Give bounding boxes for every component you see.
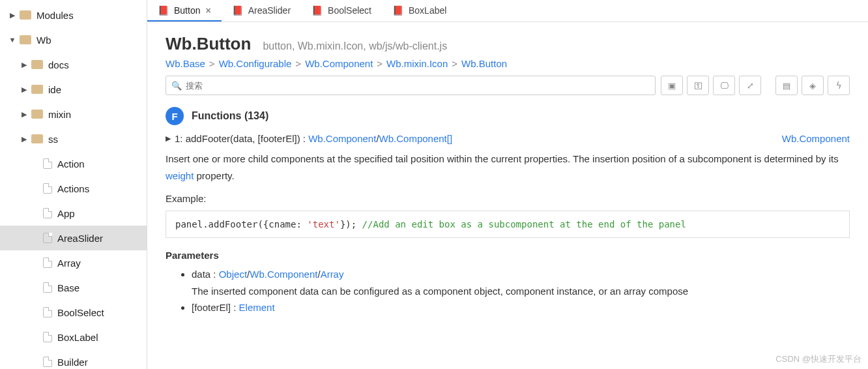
folder-icon bbox=[31, 60, 43, 69]
toolbar-btn-expand[interactable]: ⤢ bbox=[739, 76, 761, 95]
toolbar-btn-cube[interactable]: ◈ bbox=[802, 76, 824, 95]
breadcrumb-link[interactable]: Wb.Base bbox=[166, 58, 205, 69]
close-icon[interactable]: × bbox=[205, 5, 210, 16]
file-icon bbox=[43, 258, 52, 268]
book-icon: 📕 bbox=[392, 5, 403, 16]
tab-areaslider[interactable]: 📕AreaSlider bbox=[222, 0, 301, 22]
section-header: F Functions (134) bbox=[166, 107, 850, 125]
tree-item-action[interactable]: Action bbox=[0, 151, 147, 176]
tree-item-label: Actions bbox=[57, 183, 89, 194]
breadcrumb: Wb.Base>Wb.Configurable>Wb.Component>Wb.… bbox=[166, 58, 850, 69]
tree-item-label: ide bbox=[48, 84, 61, 95]
folder-icon bbox=[31, 134, 43, 143]
tree-item-label: mixin bbox=[48, 109, 71, 120]
tree-item-label: docs bbox=[48, 59, 69, 70]
tab-boxlabel[interactable]: 📕BoxLabel bbox=[382, 0, 457, 22]
book-icon: 📕 bbox=[158, 5, 169, 16]
tab-button[interactable]: 📕Button× bbox=[147, 0, 222, 22]
page-title: Wb.Button bbox=[166, 34, 251, 54]
code-example: panel.addFooter({cname: 'text'}); //Add … bbox=[166, 211, 850, 238]
breadcrumb-link[interactable]: Wb.Component bbox=[305, 58, 373, 69]
sidebar: ModulesWbdocsidemixinssActionActionsAppA… bbox=[0, 0, 147, 369]
toolbar-btn-1[interactable]: ▣ bbox=[661, 76, 683, 95]
file-icon bbox=[43, 282, 52, 293]
expand-arrow-icon[interactable] bbox=[20, 61, 29, 69]
tree-item-docs[interactable]: docs bbox=[0, 52, 147, 77]
return-type-1[interactable]: Wb.Component bbox=[308, 133, 376, 144]
expand-arrow-icon[interactable] bbox=[8, 36, 17, 44]
toolbar-btn-screen[interactable]: 🖵 bbox=[713, 76, 735, 95]
tab-label: Button bbox=[174, 5, 200, 16]
tree-item-app[interactable]: App bbox=[0, 201, 147, 226]
tree-item-label: BoolSelect bbox=[57, 307, 104, 318]
file-icon bbox=[43, 357, 52, 367]
file-icon bbox=[43, 307, 52, 317]
example-label: Example: bbox=[166, 193, 850, 204]
toolbar-btn-key[interactable]: ⚿ bbox=[687, 76, 709, 95]
function-signature-row[interactable]: ▶ 1: addFooter(data, [footerEl]) : Wb.Co… bbox=[166, 133, 850, 144]
function-description: Insert one or more child components at t… bbox=[166, 151, 850, 184]
folder-icon bbox=[31, 110, 43, 119]
param-item: [footerEl] : Element bbox=[192, 299, 850, 316]
folder-icon bbox=[20, 35, 31, 44]
search-icon: 🔍 bbox=[171, 81, 182, 91]
book-icon: 📕 bbox=[311, 5, 323, 16]
folder-icon bbox=[20, 10, 31, 20]
expand-icon[interactable]: ▶ bbox=[166, 134, 171, 143]
breadcrumb-link[interactable]: Wb.Button bbox=[461, 58, 507, 69]
tab-boolselect[interactable]: 📕BoolSelect bbox=[301, 0, 382, 22]
tree-item-label: Action bbox=[57, 158, 85, 170]
search-input[interactable] bbox=[186, 81, 650, 91]
main-panel: 📕Button×📕AreaSlider📕BoolSelect📕BoxLabel … bbox=[147, 0, 868, 369]
search-box[interactable]: 🔍 bbox=[166, 76, 656, 95]
file-icon bbox=[43, 233, 52, 243]
tree-item-array[interactable]: Array bbox=[0, 250, 147, 275]
functions-badge: F bbox=[166, 107, 184, 125]
tree-item-builder[interactable]: Builder bbox=[0, 349, 147, 369]
toolbar-btn-list[interactable]: ▤ bbox=[775, 76, 798, 95]
tree-item-modules[interactable]: Modules bbox=[0, 3, 147, 27]
tree-item-label: Modules bbox=[36, 10, 74, 21]
type-link[interactable]: Element bbox=[239, 302, 275, 313]
parameters-list: data : Object/Wb.Component/ArrayThe inse… bbox=[166, 266, 850, 316]
tab-label: BoolSelect bbox=[328, 5, 371, 16]
file-icon bbox=[43, 208, 52, 218]
page-subtitle: button, Wb.mixin.Icon, wb/js/wb-client.j… bbox=[263, 40, 447, 52]
file-icon bbox=[43, 332, 52, 342]
tree-item-ss[interactable]: ss bbox=[0, 126, 147, 151]
expand-arrow-icon[interactable] bbox=[20, 110, 29, 119]
weight-link[interactable]: weight bbox=[166, 170, 194, 181]
tab-label: AreaSlider bbox=[248, 5, 291, 16]
breadcrumb-link[interactable]: Wb.Configurable bbox=[219, 58, 292, 69]
return-type-2[interactable]: Wb.Component[] bbox=[379, 133, 453, 144]
section-title: Functions (134) bbox=[192, 110, 268, 122]
expand-arrow-icon[interactable] bbox=[20, 85, 29, 94]
type-link[interactable]: Object bbox=[219, 269, 247, 280]
tree-item-base[interactable]: Base bbox=[0, 275, 147, 300]
tree-item-label: BoxLabel bbox=[57, 332, 98, 343]
book-icon: 📕 bbox=[232, 5, 243, 16]
expand-arrow-icon[interactable] bbox=[20, 135, 29, 143]
tree-item-boxlabel[interactable]: BoxLabel bbox=[0, 325, 147, 349]
file-icon bbox=[43, 158, 52, 169]
expand-arrow-icon[interactable] bbox=[8, 11, 17, 20]
tree-item-boolselect[interactable]: BoolSelect bbox=[0, 300, 147, 325]
parameters-title: Parameters bbox=[166, 250, 850, 261]
tab-bar: 📕Button×📕AreaSlider📕BoolSelect📕BoxLabel bbox=[147, 0, 868, 22]
tree-item-actions[interactable]: Actions bbox=[0, 176, 147, 201]
tree-item-label: App bbox=[57, 208, 75, 219]
tree-item-label: Wb bbox=[36, 35, 51, 46]
type-link[interactable]: Array bbox=[321, 269, 344, 280]
tree-item-areaslider[interactable]: AreaSlider bbox=[0, 226, 147, 250]
source-link[interactable]: Wb.Component bbox=[782, 133, 850, 144]
type-link[interactable]: Wb.Component bbox=[250, 269, 317, 280]
tree-item-label: ss bbox=[48, 134, 58, 145]
folder-icon bbox=[31, 85, 43, 94]
tree-item-wb[interactable]: Wb bbox=[0, 27, 147, 52]
breadcrumb-link[interactable]: Wb.mixin.Icon bbox=[386, 58, 448, 69]
tree-item-ide[interactable]: ide bbox=[0, 77, 147, 102]
tree-item-label: AreaSlider bbox=[57, 233, 103, 244]
content-area: Wb.Button button, Wb.mixin.Icon, wb/js/w… bbox=[147, 22, 868, 369]
toolbar-btn-bolt[interactable]: ϟ bbox=[828, 76, 850, 95]
tree-item-mixin[interactable]: mixin bbox=[0, 102, 147, 126]
